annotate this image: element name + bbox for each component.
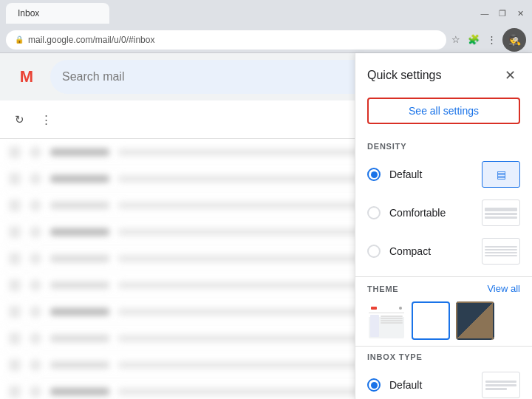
density-compact-option[interactable]: Compact	[355, 232, 532, 270]
extension-icon[interactable]: 🧩	[467, 33, 480, 47]
density-compact-preview	[482, 238, 520, 265]
density-comfortable-preview	[482, 200, 520, 226]
inbox-default-label: Default	[389, 379, 473, 391]
more-button[interactable]: ⋮	[35, 109, 56, 130]
gmail-logo: M	[12, 62, 41, 92]
divider	[355, 276, 532, 277]
radio-inner	[371, 171, 378, 178]
theme-header: THEME View all	[367, 283, 520, 294]
density-comfortable-option[interactable]: Comfortable	[355, 194, 532, 232]
minimize-button[interactable]: —	[479, 7, 491, 19]
bookmark-icon[interactable]: ☆	[449, 33, 463, 47]
inbox-default-preview	[482, 372, 520, 398]
view-all-link[interactable]: View all	[487, 283, 520, 294]
density-default-icon: ▤	[497, 168, 506, 180]
browser-tab[interactable]: Inbox	[6, 3, 109, 24]
inbox-type-label: INBOX TYPE	[367, 352, 520, 366]
density-default-radio[interactable]	[367, 168, 381, 181]
lock-icon: 🔒	[15, 35, 24, 44]
search-placeholder: Search mail	[62, 70, 386, 83]
density-section-label: DENSITY	[355, 136, 532, 155]
inbox-default-radio[interactable]	[367, 378, 381, 392]
restore-button[interactable]: ❐	[497, 7, 508, 19]
density-default-label: Default	[389, 168, 473, 180]
address-bar[interactable]: 🔒 mail.google.com/mail/u/0/#inbox	[6, 30, 446, 50]
menu-icon[interactable]: ⋮	[485, 33, 498, 47]
theme-section-label: THEME	[367, 284, 399, 293]
theme-gmail-preview[interactable]	[367, 301, 406, 340]
density-default-preview: ▤	[482, 161, 520, 188]
close-button[interactable]: ✕	[514, 7, 526, 19]
theme-options	[367, 301, 520, 340]
density-compact-label: Compact	[389, 245, 473, 257]
density-comfortable-label: Comfortable	[389, 207, 473, 219]
theme-dark-preview[interactable]	[456, 301, 494, 340]
density-compact-radio[interactable]	[367, 245, 381, 258]
density-comfortable-radio[interactable]	[367, 206, 381, 219]
address-text: mail.google.com/mail/u/0/#inbox	[28, 35, 154, 45]
radio-inner-inbox	[371, 382, 378, 389]
refresh-button[interactable]: ↻	[9, 109, 30, 130]
quick-settings-panel: Quick settings ✕ See all settings DENSIT…	[355, 100, 532, 399]
see-all-settings-button[interactable]: See all settings	[367, 100, 520, 124]
gmail-main: ↻ ⋮ 1–100 of 1,483 ‹ › ▤ ▾	[0, 100, 532, 399]
density-default-option[interactable]: Default ▤	[355, 155, 532, 194]
inbox-default-option[interactable]: Default	[367, 366, 520, 399]
inbox-type-section: INBOX TYPE Default Customize	[355, 352, 532, 399]
theme-section: THEME View all	[355, 283, 532, 340]
incognito-avatar[interactable]: 🕵	[502, 28, 526, 52]
divider-2	[355, 346, 532, 347]
gmail-outer: M Search mail ⚙ ? ⚙ ⋮⋮⋮ ↻ ⋮ 1–100 of 1,4…	[0, 53, 532, 399]
address-bar-row: 🔒 mail.google.com/mail/u/0/#inbox ☆ 🧩 ⋮ …	[0, 27, 532, 53]
theme-white-preview[interactable]	[412, 301, 450, 340]
tab-title: Inbox	[18, 8, 39, 18]
browser-chrome: Inbox — ❐ ✕	[0, 0, 532, 27]
